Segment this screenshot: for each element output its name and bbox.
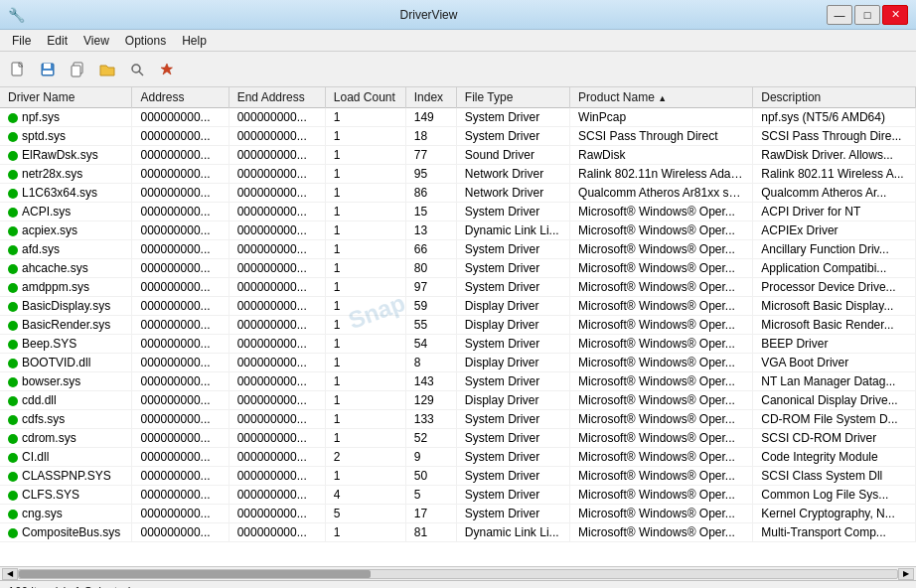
close-button[interactable]: ✕ (882, 5, 908, 25)
table-row[interactable]: cdrom.sys 000000000... 000000000... 1 52… (0, 429, 916, 448)
scroll-thumb[interactable] (19, 570, 371, 578)
toolbar-folder[interactable] (93, 56, 121, 83)
cell-file-type: Display Driver (456, 354, 569, 372)
col-file-type[interactable]: File Type (456, 87, 569, 108)
cell-index: 86 (405, 184, 456, 203)
cell-address: 000000000... (132, 146, 229, 165)
table-row[interactable]: CompositeBus.sys 000000000... 000000000.… (0, 523, 916, 542)
cell-driver-name: afd.sys (0, 240, 132, 259)
table-row[interactable]: BasicRender.sys 000000000... 000000000..… (0, 316, 916, 335)
menu-file[interactable]: File (4, 32, 39, 50)
cell-file-type: Display Driver (456, 391, 569, 410)
cell-address: 000000000... (132, 259, 229, 278)
menu-edit[interactable]: Edit (39, 32, 76, 50)
scroll-track[interactable] (18, 569, 898, 579)
cell-address: 000000000... (132, 505, 229, 523)
cell-description: CD-ROM File System D... (753, 410, 916, 429)
cell-load-count: 1 (325, 316, 405, 335)
cell-address: 000000000... (132, 165, 229, 184)
toolbar-copy[interactable] (64, 56, 91, 83)
maximize-button[interactable]: □ (854, 5, 880, 25)
cell-driver-name: acpiex.sys (0, 221, 132, 240)
table-row[interactable]: netr28x.sys 000000000... 000000000... 1 … (0, 165, 916, 184)
scroll-left[interactable]: ◀ (2, 568, 18, 580)
cell-description: Ralink 802.11 Wireless A... (753, 165, 916, 184)
window: 🔧 DriverView — □ ✕ File Edit View Option… (0, 0, 916, 588)
col-driver-name[interactable]: Driver Name (0, 87, 132, 108)
cell-address: 000000000... (132, 523, 229, 542)
driver-status-icon (8, 302, 18, 312)
col-index[interactable]: Index (405, 87, 456, 108)
minimize-button[interactable]: — (827, 5, 852, 25)
cell-end-address: 000000000... (229, 448, 325, 467)
table-row[interactable]: Beep.SYS 000000000... 000000000... 1 54 … (0, 335, 916, 354)
cell-product-name: Microsoft® Windows® Oper... (570, 391, 753, 410)
driver-status-icon (8, 245, 18, 255)
cell-driver-name: BasicDisplay.sys (0, 297, 132, 316)
table-row[interactable]: cng.sys 000000000... 000000000... 5 17 S… (0, 505, 916, 523)
cell-file-type: System Driver (456, 410, 569, 429)
col-description[interactable]: Description (753, 87, 916, 108)
toolbar-pin[interactable] (153, 56, 181, 83)
cell-product-name: Microsoft® Windows® Oper... (570, 259, 753, 278)
table-row[interactable]: CLFS.SYS 000000000... 000000000... 4 5 S… (0, 486, 916, 505)
cell-load-count: 1 (325, 221, 405, 240)
cell-product-name: Microsoft® Windows® Oper... (570, 467, 753, 486)
table-container[interactable]: Driver Name Address End Address Load Cou… (0, 87, 916, 566)
menu-options[interactable]: Options (117, 32, 174, 50)
toolbar-search[interactable] (123, 56, 151, 83)
table-row[interactable]: npf.sys 000000000... 000000000... 1 149 … (0, 108, 916, 127)
table-row[interactable]: afd.sys 000000000... 000000000... 1 66 S… (0, 240, 916, 259)
cell-description: Processor Device Drive... (753, 278, 916, 297)
table-row[interactable]: CLASSPNP.SYS 000000000... 000000000... 1… (0, 467, 916, 486)
cell-description: Microsoft Basic Display... (753, 297, 916, 316)
cell-address: 000000000... (132, 240, 229, 259)
cell-driver-name: ACPI.sys (0, 203, 132, 221)
cell-index: 52 (405, 429, 456, 448)
table-row[interactable]: cdd.dll 000000000... 000000000... 1 129 … (0, 391, 916, 410)
cell-description: BEEP Driver (753, 335, 916, 354)
table-row[interactable]: CI.dll 000000000... 000000000... 2 9 Sys… (0, 448, 916, 467)
cell-description: Code Integrity Module (753, 448, 916, 467)
cell-end-address: 000000000... (229, 505, 325, 523)
table-row[interactable]: L1C63x64.sys 000000000... 000000000... 1… (0, 184, 916, 203)
col-address[interactable]: Address (132, 87, 229, 108)
toolbar (0, 52, 916, 87)
cell-file-type: Network Driver (456, 165, 569, 184)
table-row[interactable]: amdppm.sys 000000000... 000000000... 1 9… (0, 278, 916, 297)
table-row[interactable]: ElRawDsk.sys 000000000... 000000000... 1… (0, 146, 916, 165)
table-header-row: Driver Name Address End Address Load Cou… (0, 87, 916, 108)
horizontal-scrollbar[interactable]: ◀ ▶ (0, 566, 916, 580)
col-product-name[interactable]: Product Name ▲ (570, 87, 753, 108)
cell-product-name: Ralink 802.11n Wireless Adapt... (570, 165, 753, 184)
table-row[interactable]: acpiex.sys 000000000... 000000000... 1 1… (0, 221, 916, 240)
table-row[interactable]: sptd.sys 000000000... 000000000... 1 18 … (0, 127, 916, 146)
driver-status-icon (8, 151, 18, 161)
menu-view[interactable]: View (76, 32, 117, 50)
table-row[interactable]: ahcache.sys 000000000... 000000000... 1 … (0, 259, 916, 278)
scroll-right[interactable]: ▶ (898, 568, 914, 580)
cell-product-name: Microsoft® Windows® Oper... (570, 372, 753, 391)
toolbar-new[interactable] (4, 56, 32, 83)
cell-end-address: 000000000... (229, 184, 325, 203)
table-row[interactable]: BOOTVID.dll 000000000... 000000000... 1 … (0, 354, 916, 372)
driver-status-icon (8, 226, 18, 236)
table-row[interactable]: cdfs.sys 000000000... 000000000... 1 133… (0, 410, 916, 429)
cell-driver-name: cng.sys (0, 505, 132, 523)
table-row[interactable]: ACPI.sys 000000000... 000000000... 1 15 … (0, 203, 916, 221)
menu-help[interactable]: Help (174, 32, 215, 50)
cell-end-address: 000000000... (229, 297, 325, 316)
toolbar-save[interactable] (34, 56, 62, 83)
table-row[interactable]: BasicDisplay.sys 000000000... 000000000.… (0, 297, 916, 316)
cell-address: 000000000... (132, 278, 229, 297)
cell-address: 000000000... (132, 335, 229, 354)
cell-file-type: System Driver (456, 467, 569, 486)
col-load-count[interactable]: Load Count (325, 87, 405, 108)
cell-load-count: 1 (325, 297, 405, 316)
col-end-address[interactable]: End Address (229, 87, 325, 108)
cell-index: 149 (405, 108, 456, 127)
status-text: 166 item(s), 1 Selected (8, 585, 130, 589)
cell-product-name: Microsoft® Windows® Oper... (570, 240, 753, 259)
cell-end-address: 000000000... (229, 203, 325, 221)
table-row[interactable]: bowser.sys 000000000... 000000000... 1 1… (0, 372, 916, 391)
